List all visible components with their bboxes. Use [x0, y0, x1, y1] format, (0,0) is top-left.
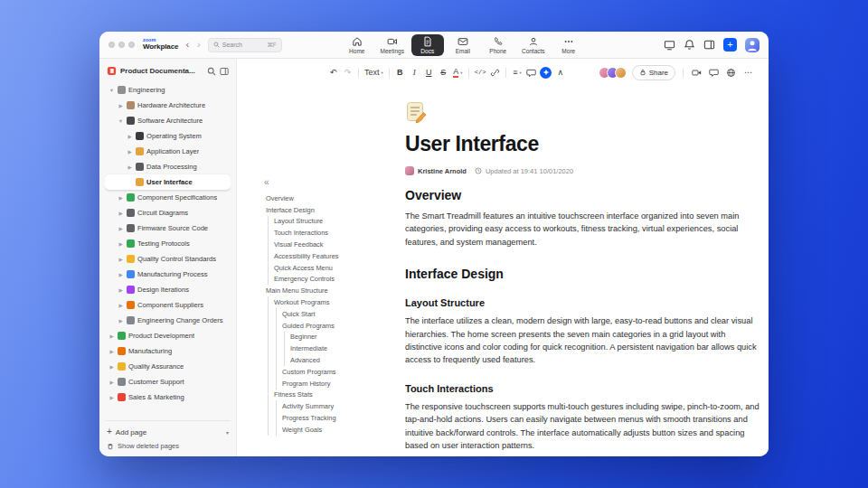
sidebar-item[interactable]: ▶Operating System [105, 128, 231, 144]
outline-item[interactable]: Advanced [264, 354, 401, 366]
sidebar-item[interactable]: ▶Hardware Architecture [105, 98, 231, 113]
global-search-input[interactable]: Search ⌘F [208, 38, 282, 52]
sidebar-item[interactable]: ▶Component Specifications [105, 190, 231, 205]
sidebar-item[interactable]: ▶Testing Protocols [105, 236, 231, 251]
tab-home[interactable]: Home [341, 34, 373, 56]
sidebar-item[interactable]: ▶Quality Assurance [105, 359, 231, 374]
tab-meetings[interactable]: Meetings [376, 34, 409, 56]
outline-item[interactable]: Interface Design [264, 204, 401, 216]
outline-item[interactable]: Accessibility Features [264, 250, 401, 262]
close-window-button[interactable] [108, 42, 115, 48]
outline-item[interactable]: Visual Feedback [264, 239, 401, 250]
sidebar-item[interactable]: ▶Customer Support [105, 374, 231, 389]
sidebar-item[interactable]: ▶Sales & Marketing [105, 389, 231, 405]
sidebar-search-icon[interactable] [207, 67, 216, 76]
chevron-right-icon[interactable]: ▶ [108, 364, 115, 370]
forward-button[interactable]: › [196, 40, 202, 50]
minimize-window-button[interactable] [118, 42, 125, 48]
chevron-right-icon[interactable]: ▶ [118, 226, 124, 231]
doc-paragraph: The interface utilizes a clean, modern d… [405, 314, 760, 367]
sidebar-item[interactable]: ▶Application Layer [105, 144, 231, 159]
chevron-right-icon[interactable]: ▶ [127, 164, 133, 170]
add-page-button[interactable]: + Add page ▾ [105, 425, 231, 439]
chevron-right-icon[interactable]: ▶ [118, 287, 124, 293]
doc-notepad-icon[interactable] [405, 100, 429, 124]
sidebar-item[interactable]: ▶Component Suppliers [105, 297, 231, 313]
chevron-down-icon[interactable]: ▼ [108, 88, 115, 93]
outline-item[interactable]: Main Menu Structure [264, 285, 401, 296]
tab-phone[interactable]: Phone [482, 34, 514, 56]
outline-item[interactable]: Program History [264, 378, 401, 389]
sidebar-item[interactable]: User Interface [105, 174, 231, 190]
collapse-sidebar-icon[interactable] [220, 67, 229, 76]
tab-docs[interactable]: Docs [411, 34, 444, 56]
outline-item[interactable]: Touch Interactions [264, 227, 401, 239]
sidebar-item[interactable]: ▶Engineering Change Orders [105, 313, 231, 328]
workplace-logo-text: Workplace [143, 43, 178, 51]
chevron-down-icon[interactable]: ▼ [118, 118, 124, 124]
outline-item[interactable]: Weight Goals [264, 424, 401, 436]
show-deleted-pages-button[interactable]: Show deleted pages [105, 439, 231, 453]
document-page[interactable]: User Interface Kristine Arnold Updated a… [405, 59, 760, 456]
window-topbar: zoom Workplace ‹ › Search ⌘F HomeMeeting… [99, 32, 769, 59]
side-panel-icon[interactable] [703, 39, 715, 51]
back-button[interactable]: ‹ [184, 40, 190, 50]
outline-item[interactable]: Emergency Controls [264, 274, 401, 286]
sidebar-item[interactable]: ▶Data Processing [105, 159, 231, 174]
tab-email[interactable]: Email [447, 34, 479, 56]
chevron-down-icon[interactable]: ▾ [226, 429, 229, 436]
sidebar-item[interactable]: ▶Manufacturing Process [105, 267, 231, 282]
chevron-right-icon[interactable]: ▶ [127, 149, 133, 155]
outline-item[interactable]: Activity Summary [264, 400, 401, 412]
user-avatar[interactable] [745, 38, 760, 52]
outline-item[interactable]: Guided Programs [264, 320, 401, 332]
bold-button[interactable]: B [394, 65, 406, 80]
outline-item[interactable]: Beginner [264, 332, 401, 343]
chevron-right-icon[interactable]: ▶ [108, 333, 115, 339]
sidebar-item[interactable]: ▼Software Architecture [105, 113, 231, 128]
outline-item[interactable]: Quick Access Menu [264, 262, 401, 274]
outline-item[interactable]: Layout Structure [264, 216, 401, 228]
sidebar-item[interactable]: ▶Firmware Source Code [105, 221, 231, 236]
chevron-right-icon[interactable]: ▶ [108, 395, 115, 400]
outline-item[interactable]: Quick Start [264, 308, 401, 320]
chevron-right-icon[interactable]: ▶ [118, 303, 124, 308]
outline-item[interactable]: Custom Programs [264, 366, 401, 378]
tab-more[interactable]: More [552, 34, 585, 56]
phone-icon [493, 36, 504, 47]
chevron-right-icon[interactable]: ▶ [118, 195, 124, 201]
chevron-right-icon[interactable]: ▶ [118, 211, 124, 216]
devices-icon[interactable] [664, 39, 675, 51]
outline-item[interactable]: Progress Tracking [264, 412, 401, 424]
doc-body[interactable]: OverviewThe Smart Treadmill features an … [405, 188, 760, 452]
doc-title[interactable]: User Interface [405, 132, 760, 156]
outline-item[interactable]: Overview [264, 192, 401, 204]
undo-button[interactable]: ↶ [327, 65, 339, 80]
collapse-outline-button[interactable]: « [264, 178, 269, 187]
sidebar-item[interactable]: ▶Design Iterations [105, 282, 231, 297]
outline-item-label: Layout Structure [274, 217, 323, 225]
chevron-right-icon[interactable]: ▶ [127, 134, 133, 139]
outline-item[interactable]: Intermediate [264, 343, 401, 354]
text-style-label: Text [364, 68, 380, 77]
sidebar-item[interactable]: ▼Engineering [105, 82, 231, 98]
new-item-button[interactable]: + [723, 38, 737, 52]
redo-button[interactable]: ↷ [342, 65, 354, 80]
chevron-right-icon[interactable]: ▶ [118, 272, 124, 277]
chevron-right-icon[interactable]: ▶ [118, 103, 124, 108]
chevron-right-icon[interactable]: ▶ [108, 380, 115, 385]
chevron-right-icon[interactable]: ▶ [118, 241, 124, 247]
sidebar-item[interactable]: ▶Quality Control Standards [105, 251, 231, 267]
outline-item[interactable]: Workout Programs [264, 296, 401, 308]
maximize-window-button[interactable] [128, 42, 135, 48]
chevron-right-icon[interactable]: ▶ [118, 257, 124, 262]
notifications-bell-icon[interactable] [684, 39, 695, 51]
outline-item[interactable]: Fitness Stats [264, 389, 401, 401]
chevron-right-icon[interactable]: ▶ [108, 349, 115, 354]
chevron-right-icon[interactable]: ▶ [118, 318, 124, 324]
sidebar-item[interactable]: ▶Manufacturing [105, 343, 231, 359]
sidebar-item[interactable]: ▶Product Development [105, 328, 231, 343]
text-style-dropdown[interactable]: Text ▾ [363, 65, 384, 80]
sidebar-item[interactable]: ▶Circuit Diagrams [105, 205, 231, 221]
tab-contacts[interactable]: Contacts [517, 34, 550, 56]
